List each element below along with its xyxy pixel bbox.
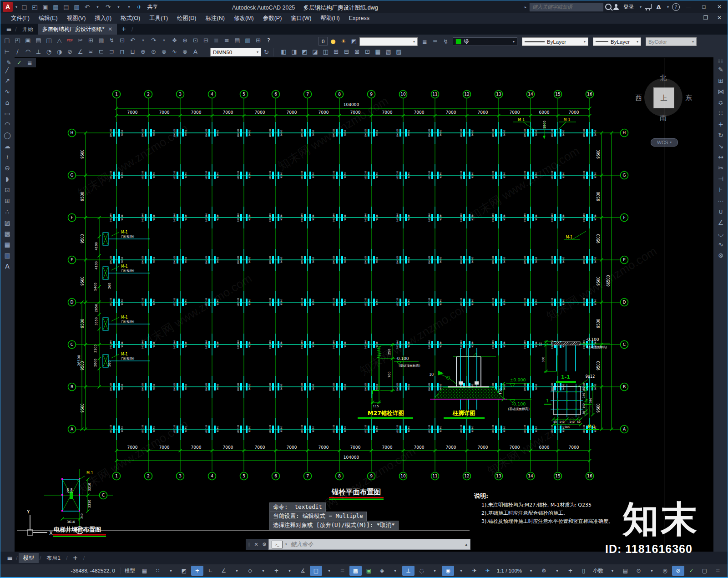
new-tab-button[interactable]: + xyxy=(117,24,130,35)
isolate-icon[interactable]: ◎ xyxy=(659,566,671,576)
drop-icon[interactable]: ▾ xyxy=(389,566,401,576)
blend-icon[interactable]: ∿ xyxy=(715,239,727,250)
command-window[interactable]: ⣿ ✕ ⚙ >_ ▾ ▴ xyxy=(246,539,470,550)
tab-active-document[interactable]: 多层钢结构厂房设计图纸* ✕ xyxy=(38,24,117,35)
dimord-icon[interactable]: ⊥ xyxy=(33,47,44,56)
infer-icon[interactable]: ◩ xyxy=(178,566,190,576)
share-label[interactable]: 共享 xyxy=(145,4,161,10)
color-combo[interactable]: 绿▾ xyxy=(453,37,517,46)
gizmo-icon[interactable]: ◉ xyxy=(442,566,454,576)
viewcube[interactable]: 上 北 南 西 东 xyxy=(642,76,685,119)
layerprops-icon[interactable]: ≣ xyxy=(211,35,222,45)
polygon-icon[interactable]: ⌂ xyxy=(1,97,13,108)
viewcube-east[interactable]: 东 xyxy=(685,94,692,102)
drop-icon[interactable]: ▾ xyxy=(231,566,243,576)
scale-icon[interactable]: ↘ xyxy=(715,141,727,152)
fillet-icon[interactable]: ◡ xyxy=(715,228,727,239)
command-expand-icon[interactable]: ▴ xyxy=(465,542,467,547)
revcloud-icon[interactable]: ☁ xyxy=(1,141,13,152)
menu-item-9[interactable]: 修改(M) xyxy=(229,13,258,24)
rotate-icon[interactable]: ↻ xyxy=(715,130,727,141)
hatch-icon[interactable]: ▨ xyxy=(1,217,13,228)
store-cart-icon[interactable] xyxy=(645,4,652,9)
layout-menu-icon[interactable]: ≡ xyxy=(5,553,15,563)
pdf-icon[interactable]: PDF xyxy=(65,35,75,45)
menu-item-3[interactable]: 视图(V) xyxy=(62,13,91,24)
palette2-icon[interactable]: ▤ xyxy=(619,566,632,576)
loft-icon[interactable]: ⊠ xyxy=(352,47,362,56)
app-menu-arrow-icon[interactable]: ▾ xyxy=(14,2,19,12)
iso-icon[interactable]: ◇ xyxy=(244,566,256,576)
sun-icon[interactable]: ☀ xyxy=(338,36,349,46)
interfere-icon[interactable]: ▧ xyxy=(383,47,394,56)
sweep-icon[interactable]: ⊞ xyxy=(331,47,341,56)
menu-item-12[interactable]: 帮助(H) xyxy=(316,13,344,24)
menu-item-5[interactable]: 格式(O) xyxy=(116,13,145,24)
open-icon[interactable]: ◰ xyxy=(30,2,40,12)
menu-item-4[interactable]: 插入(I) xyxy=(90,13,116,24)
copy-icon[interactable]: ⊞ xyxy=(86,35,96,45)
break-icon[interactable]: ⋯ xyxy=(715,195,727,206)
command-input[interactable] xyxy=(290,541,463,548)
offsetedge-icon[interactable]: ▨ xyxy=(394,47,404,56)
menu-item-10[interactable]: 参数(P) xyxy=(258,13,287,24)
autocad-logo-icon[interactable]: A xyxy=(3,2,13,12)
table-icon[interactable]: ▥ xyxy=(1,250,13,261)
command-wrench-icon[interactable]: ⚙ xyxy=(262,542,267,548)
units-button[interactable]: 小数 xyxy=(593,568,603,574)
menu-item-13[interactable]: Express xyxy=(344,13,374,24)
close-button[interactable]: ✕ xyxy=(713,2,726,12)
pan-icon[interactable]: ❖ xyxy=(169,35,180,45)
slice-icon[interactable]: ⊡ xyxy=(362,47,373,56)
zoomwin-icon[interactable]: ⊡ xyxy=(190,35,201,45)
perf-icon[interactable]: ✓ xyxy=(685,566,698,576)
ellipsearc-icon[interactable]: ◗ xyxy=(1,173,13,184)
point-icon[interactable]: ∴ xyxy=(1,206,13,217)
tolerance-icon[interactable]: ⊕ xyxy=(138,47,148,56)
search-icon[interactable] xyxy=(605,4,612,10)
dimspace-icon[interactable]: ⊓ xyxy=(117,47,127,56)
extrude-icon[interactable]: ◪ xyxy=(310,47,320,56)
drop-icon[interactable]: ▾ xyxy=(138,35,148,45)
explode-icon[interactable]: ⊗ xyxy=(715,250,727,261)
presspull-icon[interactable]: ◫ xyxy=(320,47,331,56)
dimang-icon[interactable]: ∠ xyxy=(75,47,86,56)
layermatch-icon[interactable]: ≣ xyxy=(25,58,35,67)
fullscreen-icon[interactable]: ▢ xyxy=(698,566,711,576)
lineweight-icon[interactable]: ≡ xyxy=(336,566,349,576)
polar-icon[interactable]: ∠ xyxy=(217,566,230,576)
dimrad-icon[interactable]: ◔ xyxy=(44,47,54,56)
cad-drawing[interactable]: 1122334455667788991010111112121313141415… xyxy=(15,57,713,552)
rectangle-icon[interactable]: ▭ xyxy=(1,108,13,119)
viewcube-west[interactable]: 西 xyxy=(635,94,642,102)
drop-icon[interactable]: ▾ xyxy=(159,35,169,45)
zoomin-icon[interactable]: ⊕ xyxy=(180,35,190,45)
dimbreak-icon[interactable]: ⊔ xyxy=(127,47,138,56)
drop-icon[interactable]: ▾ xyxy=(92,2,103,12)
intersect-icon[interactable]: ◩ xyxy=(299,47,310,56)
redo1-icon[interactable]: ↷ xyxy=(148,35,159,45)
zoomprev-icon[interactable]: ⊟ xyxy=(201,35,211,45)
drop-icon[interactable]: ▾ xyxy=(283,566,296,576)
publish-icon[interactable]: △ xyxy=(54,35,65,45)
plot-icon[interactable]: ▤ xyxy=(61,2,71,12)
drawing-canvas-area[interactable]: 1122334455667788991010111112121313141415… xyxy=(15,57,713,552)
lockst-icon[interactable]: ⊙ xyxy=(632,566,645,576)
stretch-icon[interactable]: ↔ xyxy=(715,152,727,162)
otrack-icon[interactable]: + xyxy=(270,566,283,576)
apps-drop-icon[interactable]: ▾ xyxy=(666,2,670,12)
drop-icon[interactable]: ▾ xyxy=(429,566,441,576)
units-drop-icon[interactable]: ▾ xyxy=(607,566,618,576)
freeze-icon[interactable]: ◩ xyxy=(349,36,359,46)
annauto-icon[interactable]: ✈ xyxy=(481,566,494,576)
model-space-button[interactable]: 模型 xyxy=(121,568,135,574)
ucsicon-icon[interactable]: ⊥ xyxy=(402,566,415,576)
annvis-icon[interactable]: ✈ xyxy=(468,566,480,576)
menu-item-11[interactable]: 窗口(W) xyxy=(286,13,316,24)
dimedit-icon[interactable]: ⊗ xyxy=(180,47,190,56)
viewcube-south[interactable]: 南 xyxy=(660,114,667,122)
move-icon[interactable]: + xyxy=(715,119,727,130)
layer-combo[interactable]: ▾ xyxy=(359,37,418,46)
save1-icon[interactable]: ▣ xyxy=(23,35,33,45)
signin-label[interactable]: 登录 xyxy=(621,4,637,10)
